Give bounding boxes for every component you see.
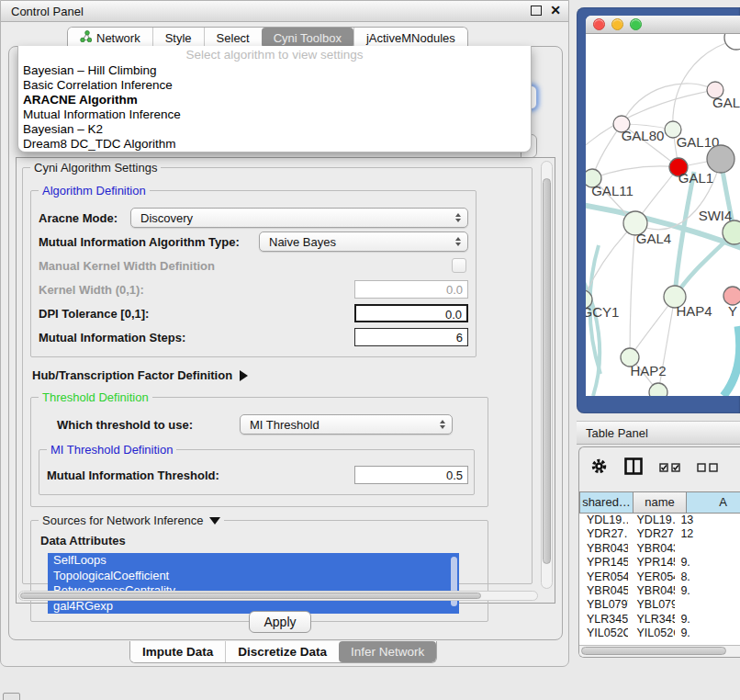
network-node[interactable] <box>724 34 740 50</box>
algorithm-option[interactable]: Mutual Information Inference <box>18 107 531 122</box>
table-row[interactable]: YDR27…YDR27…12 <box>579 527 740 541</box>
manual-kernel-width-checkbox[interactable] <box>452 258 466 273</box>
algorithm-option[interactable]: ARACNE Algorithm <box>18 93 531 107</box>
algorithm-option[interactable]: Bayesian – K2 <box>18 122 531 137</box>
sources-group-title[interactable]: Sources for Network Inference <box>39 514 224 527</box>
table-row[interactable]: YBR045CYBR045C9. <box>579 584 740 598</box>
hub-section-label: Hub/Transcription Factor Definition <box>32 368 232 382</box>
mi-algorithm-type-combo[interactable]: Naive Bayes <box>259 231 468 252</box>
table-cell <box>675 598 740 612</box>
which-threshold-combo[interactable]: MI Threshold <box>240 414 453 435</box>
tab-cyni-toolbox[interactable]: Cyni Toolbox <box>262 28 353 48</box>
table-row[interactable]: YBL079WYBL079W <box>579 598 740 612</box>
threshold-definition-group: Threshold Definition Which threshold to … <box>30 397 488 507</box>
network-node[interactable] <box>649 383 667 396</box>
minimized-panel-button[interactable] <box>3 693 20 700</box>
table-cell: YLR345W <box>628 613 676 627</box>
table-row[interactable]: YPR145WYPR145W9. <box>579 556 740 570</box>
apply-button[interactable]: Apply <box>249 611 311 633</box>
network-node[interactable] <box>707 145 734 173</box>
float-window-icon[interactable] <box>531 6 542 16</box>
network-node-label: GAL1 <box>678 170 713 186</box>
table-row[interactable]: YLR345WYLR345W9. <box>579 613 740 627</box>
column-header[interactable]: A <box>687 491 740 514</box>
scrollbar-thumb[interactable] <box>20 593 481 599</box>
dropdown-placeholder: Select algorithm to view settings <box>18 46 531 63</box>
table-horizontal-scrollbar[interactable] <box>579 645 740 657</box>
table-cell: 8. <box>675 570 740 584</box>
collapse-arrow-icon[interactable] <box>209 517 220 525</box>
table-row[interactable]: YBR043CYBR043C <box>579 542 740 556</box>
algorithm-option[interactable]: Bayesian – Hill Climbing <box>18 63 531 78</box>
kernel-width-field[interactable]: 0.0 <box>354 280 468 299</box>
select-all-icon[interactable] <box>659 463 680 472</box>
tab-impute-data[interactable]: Impute Data <box>130 641 225 662</box>
table-cell: YBR043C <box>579 542 628 556</box>
split-columns-icon[interactable] <box>624 457 643 479</box>
algorithm-option[interactable]: Basic Correlation Inference <box>18 78 531 93</box>
table-panel-title: Table Panel <box>586 426 648 440</box>
table-cell: 9. <box>675 556 740 570</box>
close-traffic-light-icon[interactable] <box>593 18 605 30</box>
group-title: Threshold Definition <box>39 390 152 404</box>
tab-label: Cyni Toolbox <box>274 31 342 45</box>
combo-value: Naive Bayes <box>260 235 455 249</box>
algorithm-option[interactable]: Dream8 DC_TDC Algorithm <box>18 137 531 152</box>
settings-scroll-panel: Cyni Algorithm Settings Algorithm Defini… <box>16 157 555 604</box>
control-panel-titlebar[interactable]: Control Panel ✕ <box>1 1 568 22</box>
scrollbar-thumb[interactable] <box>581 647 726 655</box>
algorithm-dropdown[interactable]: Select algorithm to view settings Bayesi… <box>17 46 532 152</box>
network-canvas[interactable]: GALGAL80GAL10GAL1GAL11GAL4SWI4GCY1HAP4YH… <box>586 34 740 396</box>
bottom-tabbar: Impute Data Discretize Data Infer Networ… <box>129 641 437 663</box>
table-row[interactable]: YDL19…YDL19…13 <box>579 514 740 527</box>
column-header[interactable]: name <box>633 491 687 514</box>
mi-steps-label: Mutual Information Steps: <box>39 331 185 344</box>
minimize-traffic-light-icon[interactable] <box>611 18 623 30</box>
hub-transcription-factor-section[interactable]: Hub/Transcription Factor Definition <box>32 368 532 382</box>
tab-label: Select <box>217 31 250 45</box>
network-node-label: GAL11 <box>591 183 633 198</box>
tab-discretize-data[interactable]: Discretize Data <box>225 641 339 662</box>
table-row[interactable]: YIL052CYIL052C9. <box>579 627 740 640</box>
tab-infer-network[interactable]: Infer Network <box>339 641 436 662</box>
table-cell <box>675 542 740 556</box>
deselect-all-icon[interactable] <box>697 463 718 472</box>
zoom-traffic-light-icon[interactable] <box>630 18 642 30</box>
data-attributes-list[interactable]: SelfLoopsTopologicalCoefficientBetweenne… <box>48 553 459 614</box>
network-node-label: GAL80 <box>622 128 665 143</box>
table-cell: YPR145W <box>579 556 628 570</box>
close-icon[interactable]: ✕ <box>550 5 561 16</box>
gear-icon[interactable] <box>590 457 608 479</box>
tab-network[interactable]: Network <box>68 28 152 48</box>
scrollbar-thumb[interactable] <box>543 178 551 564</box>
dpi-tolerance-field[interactable]: 0.0 <box>354 304 468 322</box>
network-node[interactable] <box>723 287 740 305</box>
panel-title: Control Panel <box>11 5 84 18</box>
network-window-titlebar[interactable] <box>586 16 740 34</box>
table-cell: 9. <box>675 627 740 640</box>
aracne-mode-combo[interactable]: Discovery <box>130 208 468 228</box>
tab-jactivemnodules[interactable]: jActiveMNodules <box>353 28 467 48</box>
table-panel-titlebar[interactable]: Table Panel <box>577 421 740 445</box>
which-threshold-label: Which threshold to use: <box>57 418 193 432</box>
tab-select[interactable]: Select <box>204 28 262 48</box>
network-node-label: HAP4 <box>676 303 712 319</box>
network-node[interactable] <box>723 220 740 244</box>
network-node-label: GAL <box>712 95 740 110</box>
attribute-list-item[interactable]: SelfLoops <box>48 553 459 569</box>
expand-arrow-icon[interactable] <box>240 370 248 381</box>
settings-vertical-scrollbar[interactable] <box>541 161 553 589</box>
attribute-list-item[interactable]: TopologicalCoefficient <box>48 569 459 584</box>
mi-threshold-field[interactable]: 0.5 <box>354 466 468 484</box>
dpi-tolerance-label: DPI Tolerance [0,1]: <box>39 307 149 321</box>
table-cell: YDL19… <box>579 514 628 527</box>
table-cell: 9. <box>675 613 740 627</box>
settings-horizontal-scrollbar[interactable] <box>18 591 538 601</box>
table-row[interactable]: YER054CYER054C8. <box>579 570 740 584</box>
kernel-width-label: Kernel Width (0,1): <box>39 283 144 297</box>
mi-steps-field[interactable]: 6 <box>354 328 468 346</box>
network-node-label: HAP2 <box>630 363 666 378</box>
tab-style[interactable]: Style <box>152 28 204 48</box>
column-header[interactable]: shared… <box>579 491 633 514</box>
tab-label: Network <box>96 31 140 45</box>
